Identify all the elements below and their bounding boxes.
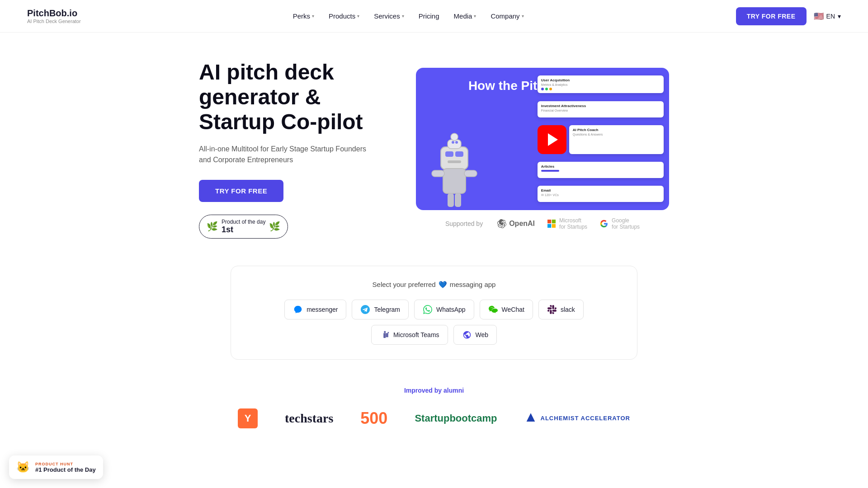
logo[interactable]: PitchBob.io AI Pitch Deck Generator [27,8,81,24]
telegram-button[interactable]: Telegram [352,300,409,319]
robot-illustration [425,120,484,210]
flag-icon: 🇺🇸 [814,11,824,21]
language-selector[interactable]: 🇺🇸 EN ▾ [814,11,841,21]
app-buttons: messenger Telegram WhatsApp WeChat slack [249,300,619,345]
play-icon [548,133,558,146]
messaging-title: Select your preferred 💙 messaging app [249,281,619,289]
whatsapp-button[interactable]: WhatsApp [414,300,474,319]
messenger-button[interactable]: messenger [284,300,346,319]
nav-item-perks[interactable]: Perks ▾ [288,9,320,23]
techstars-logo: techstars [285,411,333,426]
whatsapp-label: WhatsApp [436,306,466,313]
nav-try-button[interactable]: TRY FOR FREE [736,7,807,25]
svg-rect-4 [443,169,466,193]
svg-point-11 [452,141,454,144]
slide-card-3: AI Pitch Coach Questions & Answers [569,125,664,154]
svg-rect-14 [552,220,556,223]
svg-rect-15 [547,224,551,228]
svg-rect-9 [448,140,461,149]
hero-title: AI pitch deck generator & Startup Co-pil… [199,60,380,135]
slide-card-5: Email ✉ 120+ VCs [538,186,664,202]
chevron-down-icon: ▾ [474,14,476,19]
navbar: PitchBob.io AI Pitch Deck Generator Perk… [0,0,868,33]
hero-section: AI pitch deck generator & Startup Co-pil… [118,33,750,257]
startupbootcamp-logo: Startupbootcamp [415,413,497,424]
nav-item-pricing[interactable]: Pricing [413,9,445,23]
supported-label: Supported by [445,220,483,227]
badge-text: Product of the day 1st [222,219,265,235]
slack-button[interactable]: slack [538,300,584,319]
microsoft-teams-button[interactable]: Microsoft Teams [371,325,448,345]
nav-links: Perks ▾ Products ▾ Services ▾ Pricing Me… [288,9,529,23]
microsoft-logo: Microsoftfor Startups [547,217,587,230]
alumni-section: Improved by alumni Y techstars 500 Start… [0,369,868,437]
chevron-down-icon: ▾ [357,14,359,19]
svg-rect-13 [547,220,551,223]
svg-rect-0 [441,147,468,169]
svg-marker-17 [526,413,535,422]
messaging-section: Select your preferred 💙 messaging app me… [231,266,637,360]
hero-cta-button[interactable]: TRY FOR FREE [199,180,283,202]
nav-item-products[interactable]: Products ▾ [323,9,365,23]
telegram-icon [360,305,370,314]
logo-name: PitchBob.io [27,8,81,19]
chevron-down-icon: ▾ [402,14,404,19]
badge-bottom-text: 1st [222,225,265,235]
leaf-left-icon: 🌿 [207,221,218,232]
slack-icon [547,305,557,314]
svg-rect-2 [455,151,463,157]
svg-point-12 [455,141,458,144]
svg-rect-7 [448,193,454,207]
svg-rect-16 [552,224,556,228]
messenger-label: messenger [307,306,338,313]
web-icon [462,330,472,340]
messenger-icon [293,305,303,314]
google-logo: Googlefor Startups [600,217,640,230]
alumni-logos: Y techstars 500 Startupbootcamp ALCHEMIS… [27,408,841,428]
video-container[interactable]: How the PitchBob works User [416,68,669,210]
svg-rect-8 [455,193,461,207]
hero-subtitle: All-in-one Multitool for Early Stage Sta… [199,144,380,165]
heart-icon: 💙 [439,281,447,289]
supported-logos: OpenAI Microsoftfor Startups Googlefor S… [497,217,640,230]
openai-logo: OpenAI [497,219,535,228]
slack-label: slack [561,306,575,313]
microsoft-teams-label: Microsoft Teams [393,331,439,338]
web-label: Web [476,331,489,338]
slides-preview: User Acquisition Metrics & Analytics Inv… [538,68,669,210]
badge-top-text: Product of the day [222,219,265,225]
svg-point-10 [451,133,458,141]
nav-right: TRY FOR FREE 🇺🇸 EN ▾ [736,7,841,25]
svg-rect-3 [448,160,461,163]
slide-card-2: Investment Attractiveness Financial Over… [538,101,664,117]
chevron-down-icon: ▾ [312,14,314,19]
svg-rect-5 [432,170,444,177]
hero-right: How the PitchBob works User [416,68,669,230]
logo-tagline: AI Pitch Deck Generator [27,19,81,24]
500startups-logo: 500 [360,409,387,428]
whatsapp-icon [423,305,433,314]
leaf-right-icon: 🌿 [269,221,280,232]
svg-rect-6 [464,170,477,177]
hero-left: AI pitch deck generator & Startup Co-pil… [199,60,380,239]
slide-card-1: User Acquisition Metrics & Analytics [538,75,664,93]
alchemist-logo: ALCHEMIST ACCELERATOR [524,412,630,425]
svg-rect-1 [445,151,453,157]
nav-item-services[interactable]: Services ▾ [368,9,410,23]
wechat-label: WeChat [502,306,524,313]
ycombinator-logo: Y [238,408,258,428]
wechat-button[interactable]: WeChat [480,300,533,319]
product-badge: 🌿 Product of the day 1st 🌿 [199,215,288,239]
chevron-down-icon: ▾ [838,13,841,20]
slide-card-4: Articles [538,162,664,178]
nav-item-company[interactable]: Company ▾ [485,9,529,23]
microsoft-teams-icon [380,330,390,340]
wechat-icon [488,305,498,314]
video-play-button[interactable] [538,125,566,154]
supported-section: Supported by OpenAI Microsoftfor Startup… [416,210,669,230]
web-button[interactable]: Web [453,325,497,345]
telegram-label: Telegram [374,306,400,313]
alumni-label: Improved by alumni [27,387,841,394]
nav-item-media[interactable]: Media ▾ [448,9,482,23]
chevron-down-icon: ▾ [522,14,524,19]
